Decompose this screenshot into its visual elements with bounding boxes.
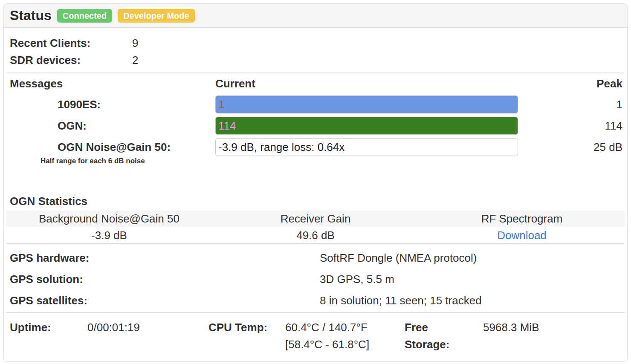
sdr-devices-value: 2 [132, 52, 625, 69]
uptime-value: 0/00:01:19 [87, 319, 205, 353]
uptime-label: Uptime: [6, 319, 87, 353]
ogn-noise-value-box: -3.9 dB, range loss: 0.64x [215, 138, 518, 156]
ogn-noise-sub-label: Half range for each 6 dB noise [41, 157, 625, 168]
gps-satellites-value: 8 in solution; 11 seen; 15 tracked [320, 290, 625, 311]
cpu-temp-current: 60.4°C / 140.7°F [285, 319, 401, 336]
sdr-devices-row: SDR devices: 2 [6, 52, 625, 69]
gps-solution-row: GPS solution: 3D GPS, 5.5 m [6, 269, 625, 290]
footer-stats-row: Uptime: 0/00:01:19 CPU Temp: 60.4°C / 14… [6, 313, 625, 358]
receiver-gain-column-header: Receiver Gain [212, 211, 419, 227]
connected-badge: Connected [57, 9, 112, 23]
developer-mode-badge: Developer Mode [118, 9, 194, 23]
download-spectrogram-link[interactable]: Download [497, 229, 547, 242]
gps-satellites-label: GPS satellites: [6, 290, 320, 311]
divider [6, 72, 625, 72]
ogn-peak-value: 114 [518, 117, 625, 135]
gps-hardware-value: SoftRF Dongle (NMEA protocol) [320, 247, 625, 269]
background-noise-value: -3.9 dB [6, 227, 212, 244]
free-storage-label: Free Storage: [401, 319, 483, 353]
ogn-statistics-heading: OGN Statistics [6, 194, 625, 208]
cpu-temp-range: [58.4°C - 61.8°C] [285, 336, 401, 353]
ogn-noise-peak-value: 25 dB [518, 138, 625, 156]
panel-heading: Status Connected Developer Mode [4, 4, 627, 28]
status-panel: Status Connected Developer Mode Recent C… [3, 3, 628, 362]
peak-column-header: Peak [518, 75, 625, 92]
1090es-peak-value: 1 [518, 95, 625, 113]
message-row-1090es: 1090ES: 1 1 [6, 95, 625, 113]
ogn-statistics-table-header: Background Noise@Gain 50 Receiver Gain R… [6, 211, 625, 227]
spacer [6, 168, 625, 194]
recent-clients-row: Recent Clients: 9 [6, 35, 625, 52]
recent-clients-label: Recent Clients: [6, 35, 132, 52]
message-row-ogn: OGN: 114 114 [6, 117, 625, 135]
current-column-header: Current [215, 75, 518, 92]
ogn-progress-bar: 114 [215, 117, 518, 135]
gps-hardware-row: GPS hardware: SoftRF Dongle (NMEA protoc… [6, 247, 625, 269]
ogn-label: OGN: [6, 117, 215, 135]
rf-spectrogram-column-header: RF Spectrogram [419, 211, 625, 227]
cpu-temp-label: CPU Temp: [205, 319, 285, 353]
message-row-ogn-noise: OGN Noise@Gain 50: -3.9 dB, range loss: … [6, 138, 625, 156]
receiver-gain-value: 49.6 dB [212, 227, 419, 244]
recent-clients-value: 9 [132, 35, 625, 52]
free-storage-value: 5968.3 MiB [483, 319, 625, 353]
gps-solution-label: GPS solution: [6, 269, 320, 290]
gps-satellites-row: GPS satellites: 8 in solution; 11 seen; … [6, 290, 625, 311]
panel-body: Recent Clients: 9 SDR devices: 2 Message… [4, 28, 627, 361]
1090es-label: 1090ES: [6, 95, 215, 113]
messages-header-row: Messages Current Peak [6, 75, 625, 92]
gps-solution-value: 3D GPS, 5.5 m [320, 269, 625, 290]
1090es-progress-bar: 1 [215, 95, 518, 113]
messages-heading: Messages [6, 75, 215, 92]
background-noise-column-header: Background Noise@Gain 50 [6, 211, 212, 227]
sdr-devices-label: SDR devices: [6, 52, 132, 69]
cpu-temp-value: 60.4°C / 140.7°F [58.4°C - 61.8°C] [285, 319, 401, 353]
ogn-noise-label: OGN Noise@Gain 50: [6, 138, 215, 156]
gps-hardware-label: GPS hardware: [6, 247, 320, 269]
page-title: Status [10, 8, 52, 23]
ogn-statistics-table-values: -3.9 dB 49.6 dB Download [6, 227, 625, 244]
